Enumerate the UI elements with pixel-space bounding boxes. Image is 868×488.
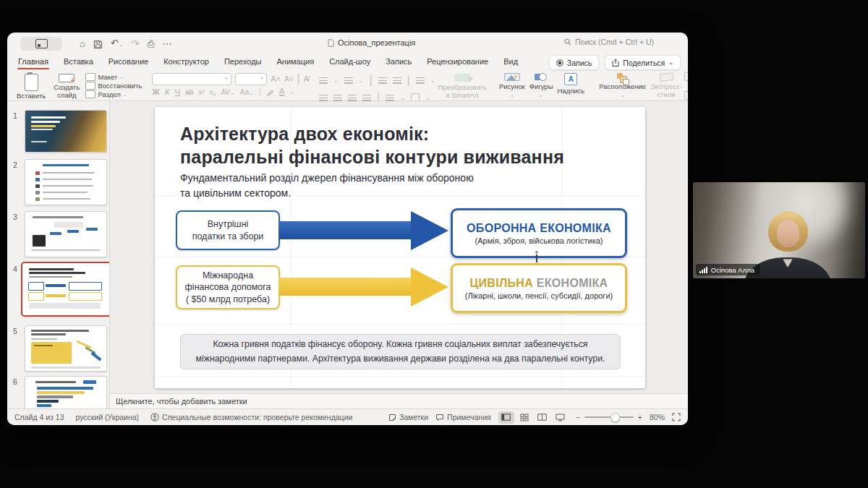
defense-arrow[interactable] xyxy=(278,221,411,239)
slide-thumbnail-6[interactable] xyxy=(25,376,107,408)
highlight-pen-icon[interactable] xyxy=(266,88,274,96)
bullet-list-icon[interactable] xyxy=(319,77,328,84)
picture-button[interactable]: Рисунок ⌄ xyxy=(497,72,527,99)
font-color-button[interactable]: A xyxy=(279,87,285,96)
share-button[interactable]: Поделиться ⌄ xyxy=(605,55,681,70)
home-icon[interactable]: ⌂ xyxy=(80,37,85,51)
change-case-button[interactable]: Aa⌄ xyxy=(240,88,254,96)
grow-font-icon[interactable]: A˄ xyxy=(271,74,281,83)
quick-styles-button[interactable]: Экспресс-стили xyxy=(648,72,684,99)
clear-formatting-icon[interactable]: A̸ xyxy=(304,74,309,83)
slide-thumbnail-3[interactable] xyxy=(25,211,107,257)
new-slide-button[interactable]: Создатьслайд xyxy=(54,72,80,99)
civil-arrow[interactable] xyxy=(278,278,411,296)
tab-slideshow[interactable]: Слайд-шоу xyxy=(328,55,371,70)
bold-button[interactable]: Ж xyxy=(152,87,159,96)
numbered-list-icon[interactable] xyxy=(344,77,353,84)
line-spacing-icon[interactable] xyxy=(416,77,425,84)
character-spacing-button[interactable]: AV⌄ xyxy=(221,88,234,96)
subscript-button[interactable]: x₂ xyxy=(210,88,216,96)
participant-video-tile[interactable]: Осіпова Алла xyxy=(693,182,865,278)
notes-pane[interactable]: Щелкните, чтобы добавить заметки xyxy=(110,393,688,408)
textbox-button[interactable]: A Надпись xyxy=(555,72,587,99)
quick-access-toolbar: ⌂ ↶⌄ ↷ ⎙ ⋯ xyxy=(80,36,172,52)
chevron-down-icon: ⌄ xyxy=(668,59,673,66)
layout-button[interactable]: Макет⌄ xyxy=(85,73,142,81)
tab-view[interactable]: Вид xyxy=(503,55,519,70)
defense-arrow-head xyxy=(411,211,448,250)
align-center-icon[interactable] xyxy=(333,95,342,101)
text-direction-icon[interactable] xyxy=(386,95,394,101)
tab-transitions[interactable]: Переходы xyxy=(224,55,263,70)
titlebar-actions: Запись Поделиться ⌄ xyxy=(549,55,681,70)
slideshow-view-button[interactable] xyxy=(553,411,569,424)
slide-canvas-area[interactable]: Архітектура двох економік: паралельні фі… xyxy=(110,101,688,393)
shape-fill-button[interactable]: Заливка фигуры⌄ xyxy=(684,69,688,85)
slide-thumbnail-4-selected[interactable] xyxy=(21,262,110,317)
slide-thumbnail-panel: 1 2 3 xyxy=(7,101,110,408)
zoom-in-button[interactable]: + xyxy=(638,413,642,421)
tab-draw[interactable]: Рисование xyxy=(108,55,149,70)
fit-slide-icon[interactable] xyxy=(672,413,681,421)
more-commands-icon[interactable]: ⋯ xyxy=(163,37,172,51)
record-button[interactable]: Запись xyxy=(549,55,599,70)
tab-design[interactable]: Конструктор xyxy=(163,55,210,70)
section-button[interactable]: Раздел⌄ xyxy=(85,90,142,98)
civil-economy-box[interactable]: ЦИВІЛЬНА ЕКОНОМІКА (Лікарні, школи, пенс… xyxy=(451,263,627,313)
decrease-indent-icon[interactable] xyxy=(378,77,387,84)
powerpoint-window: ⌂ ↶⌄ ↷ ⎙ ⋯ Осіпова_презентація Поиск (Cm… xyxy=(7,33,688,425)
tab-record[interactable]: Запись xyxy=(385,55,412,70)
shapes-button[interactable]: Фигуры ⌄ xyxy=(527,72,556,99)
arrange-button[interactable]: Расположение ⌄ xyxy=(597,72,648,99)
align-right-icon[interactable] xyxy=(348,95,357,101)
accessibility-check[interactable]: Специальные возможности: проверьте реком… xyxy=(150,413,352,421)
save-icon[interactable] xyxy=(93,40,103,49)
undo-icon[interactable]: ↶⌄ xyxy=(111,36,124,52)
slide-sorter-view-button[interactable] xyxy=(516,411,532,424)
redo-icon[interactable]: ↷ xyxy=(131,37,139,51)
increase-indent-icon[interactable] xyxy=(393,77,401,84)
paste-button[interactable]: Вставить xyxy=(14,72,48,100)
title-bar: ⌂ ↶⌄ ↷ ⎙ ⋯ Осіпова_презентація Поиск (Cm… xyxy=(7,33,688,54)
reading-view-button[interactable] xyxy=(535,411,550,424)
strikethrough-button[interactable]: ab xyxy=(185,88,193,96)
shrink-font-icon[interactable]: A˅ xyxy=(284,75,294,83)
language-selector[interactable]: русский (Украина) xyxy=(76,413,140,421)
zoom-slider[interactable] xyxy=(584,416,634,418)
smartart-button[interactable]: Преобразоватьв SmartArt xyxy=(438,72,486,99)
civil-source-box[interactable]: Міжнародна фінансова допомога ( $50 млрд… xyxy=(176,265,280,309)
superscript-button[interactable]: x² xyxy=(198,88,204,96)
print-icon[interactable]: ⎙ xyxy=(147,37,154,51)
defense-source-box[interactable]: Внутрішні податки та збори xyxy=(176,210,280,250)
slide[interactable]: Архітектура двох економік: паралельні фі… xyxy=(155,107,645,388)
zoom-level[interactable]: 80% xyxy=(650,413,665,421)
slide-title[interactable]: Архітектура двох економік: паралельні фі… xyxy=(180,123,564,168)
editor-area: Архітектура двох економік: паралельні фі… xyxy=(110,101,688,408)
normal-view-button[interactable] xyxy=(498,411,514,424)
italic-button[interactable]: К xyxy=(165,87,170,96)
tab-home[interactable]: Главная xyxy=(17,55,49,70)
slide-summary-box[interactable]: Кожна гривня податків фінансує оборону. … xyxy=(180,334,621,369)
font-name-combo[interactable] xyxy=(152,73,231,85)
font-size-combo[interactable] xyxy=(235,73,267,85)
search-box[interactable]: Поиск (Cmd + Ctrl + U) xyxy=(564,38,654,46)
reset-button[interactable]: Восстановить xyxy=(85,82,142,90)
underline-button[interactable]: Ч xyxy=(174,87,180,96)
slide-thumbnail-5[interactable] xyxy=(25,325,107,372)
slide-thumbnail-2[interactable] xyxy=(25,159,107,205)
font-format-row: Ж К Ч ab x² x₂ AV⌄ Aa⌄ | A ⌄ xyxy=(152,87,309,96)
defense-economy-box[interactable]: ОБОРОННА ЕКОНОМІКА (Армія, зброя, військ… xyxy=(451,208,627,258)
slide-subtitle[interactable]: Фундаментальний розділ джерел фінансуван… xyxy=(180,171,474,201)
slide-counter: Слайд 4 из 13 xyxy=(14,413,64,421)
comments-toggle[interactable]: Примечания xyxy=(435,413,491,421)
zoom-slider-thumb[interactable] xyxy=(610,413,620,422)
presentation-pill-button[interactable] xyxy=(20,37,62,51)
tab-insert[interactable]: Вставка xyxy=(63,55,94,70)
zoom-out-button[interactable]: − xyxy=(576,413,580,421)
tab-review[interactable]: Рецензирование xyxy=(426,55,489,70)
notes-toggle[interactable]: Заметки xyxy=(388,413,428,421)
tab-animations[interactable]: Анимация xyxy=(276,55,315,70)
align-left-icon[interactable] xyxy=(319,95,328,101)
justify-icon[interactable] xyxy=(362,95,371,101)
slide-thumbnail-1[interactable] xyxy=(25,110,107,153)
